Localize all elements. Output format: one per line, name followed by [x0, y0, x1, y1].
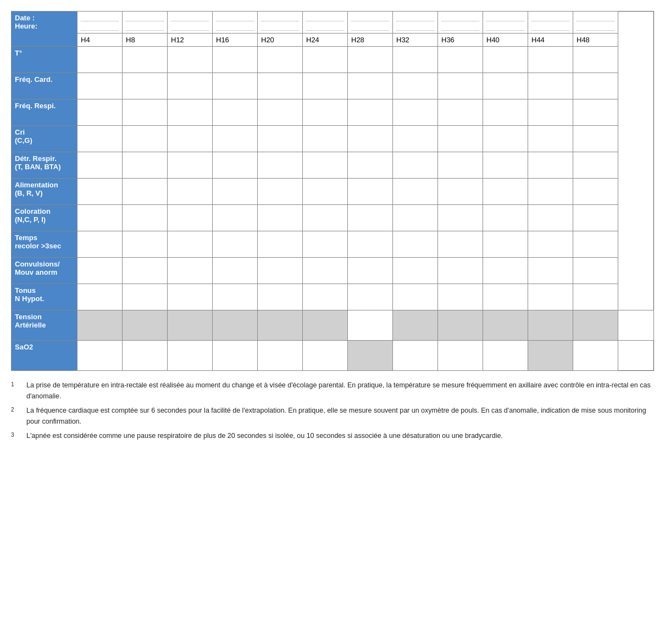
cell-ali-h32[interactable]: [393, 179, 438, 205]
cell-fr-h4[interactable]: [77, 99, 123, 126]
cell-tr-h20[interactable]: [258, 231, 303, 258]
date-input-h28[interactable]: [348, 12, 393, 34]
cell-sao2-h32[interactable]: [393, 341, 438, 371]
cell-sao2-h16[interactable]: [213, 341, 258, 371]
date-input-h40[interactable]: [483, 12, 528, 34]
cell-cri-h24[interactable]: [303, 126, 348, 152]
cell-fc-h16[interactable]: [213, 73, 258, 99]
cell-fr-h8[interactable]: [123, 99, 168, 126]
cell-fr-h12[interactable]: [168, 99, 213, 126]
cell-fr-h20[interactable]: [258, 99, 303, 126]
cell-sao2-h24[interactable]: [303, 341, 348, 371]
cell-fc-h36[interactable]: [438, 73, 483, 99]
date-input-h4[interactable]: [77, 12, 123, 34]
cell-sao2-h20[interactable]: [258, 341, 303, 371]
cell-ali-h28[interactable]: [348, 179, 393, 205]
cell-fc-h48[interactable]: [573, 73, 618, 99]
cell-sao2-h44[interactable]: [528, 341, 573, 371]
cell-sao2-h28[interactable]: [348, 341, 393, 371]
cell-tr-h36[interactable]: [438, 231, 483, 258]
cell-fc-h4[interactable]: [77, 73, 123, 99]
cell-ali-h48[interactable]: [573, 179, 618, 205]
cell-ton-h8[interactable]: [123, 284, 168, 310]
cell-ton-h20[interactable]: [258, 284, 303, 310]
cell-tr-h8[interactable]: [123, 231, 168, 258]
cell-ta-h16[interactable]: [213, 310, 258, 341]
cell-dr-h32[interactable]: [393, 152, 438, 179]
cell-conv-h48[interactable]: [573, 258, 618, 284]
cell-sao2-h12[interactable]: [168, 341, 213, 371]
cell-fc-h32[interactable]: [393, 73, 438, 99]
cell-ta-h48[interactable]: [573, 310, 618, 341]
cell-cri-h8[interactable]: [123, 126, 168, 152]
cell-ton-h24[interactable]: [303, 284, 348, 310]
cell-cri-h36[interactable]: [438, 126, 483, 152]
date-input-h32[interactable]: [393, 12, 438, 34]
cell-fc-h8[interactable]: [123, 73, 168, 99]
cell-conv-h36[interactable]: [438, 258, 483, 284]
cell-cri-h44[interactable]: [528, 126, 573, 152]
cell-ta-extra[interactable]: [618, 310, 654, 341]
cell-fc-h28[interactable]: [348, 73, 393, 99]
cell-conv-h24[interactable]: [303, 258, 348, 284]
cell-temp-h24[interactable]: [303, 47, 348, 73]
cell-dr-h24[interactable]: [303, 152, 348, 179]
date-input-h12[interactable]: [168, 12, 213, 34]
cell-tr-h44[interactable]: [528, 231, 573, 258]
cell-fr-h32[interactable]: [393, 99, 438, 126]
cell-tr-h16[interactable]: [213, 231, 258, 258]
cell-temp-h8[interactable]: [123, 47, 168, 73]
cell-fr-h44[interactable]: [528, 99, 573, 126]
date-input-h20[interactable]: [258, 12, 303, 34]
cell-col-h48[interactable]: [573, 205, 618, 231]
cell-ta-h44[interactable]: [528, 310, 573, 341]
cell-tr-h28[interactable]: [348, 231, 393, 258]
cell-ta-h12[interactable]: [168, 310, 213, 341]
cell-conv-h32[interactable]: [393, 258, 438, 284]
cell-dr-h44[interactable]: [528, 152, 573, 179]
cell-conv-h40[interactable]: [483, 258, 528, 284]
cell-cri-h32[interactable]: [393, 126, 438, 152]
cell-col-h36[interactable]: [438, 205, 483, 231]
cell-tr-h4[interactable]: [77, 231, 123, 258]
cell-ta-h24[interactable]: [303, 310, 348, 341]
cell-dr-h8[interactable]: [123, 152, 168, 179]
cell-ton-h36[interactable]: [438, 284, 483, 310]
cell-ton-h44[interactable]: [528, 284, 573, 310]
cell-tr-h40[interactable]: [483, 231, 528, 258]
cell-ta-h32[interactable]: [393, 310, 438, 341]
cell-ton-h28[interactable]: [348, 284, 393, 310]
cell-ta-h8[interactable]: [123, 310, 168, 341]
cell-fc-h12[interactable]: [168, 73, 213, 99]
cell-temp-h16[interactable]: [213, 47, 258, 73]
cell-temp-h28[interactable]: [348, 47, 393, 73]
cell-dr-h28[interactable]: [348, 152, 393, 179]
cell-conv-h4[interactable]: [77, 258, 123, 284]
cell-ali-h8[interactable]: [123, 179, 168, 205]
cell-sao2-h36[interactable]: [438, 341, 483, 371]
cell-col-h24[interactable]: [303, 205, 348, 231]
cell-sao2-h40[interactable]: [483, 341, 528, 371]
cell-ton-h12[interactable]: [168, 284, 213, 310]
cell-tr-h12[interactable]: [168, 231, 213, 258]
cell-conv-h16[interactable]: [213, 258, 258, 284]
cell-fr-h16[interactable]: [213, 99, 258, 126]
cell-ta-h4[interactable]: [77, 310, 123, 341]
cell-ta-h40[interactable]: [483, 310, 528, 341]
cell-dr-h16[interactable]: [213, 152, 258, 179]
cell-col-h16[interactable]: [213, 205, 258, 231]
cell-cri-h28[interactable]: [348, 126, 393, 152]
cell-sao2-h48[interactable]: [573, 341, 618, 371]
cell-fr-h40[interactable]: [483, 99, 528, 126]
cell-dr-h36[interactable]: [438, 152, 483, 179]
date-input-h8[interactable]: [123, 12, 168, 34]
cell-ton-h4[interactable]: [77, 284, 123, 310]
cell-conv-h44[interactable]: [528, 258, 573, 284]
cell-ali-h40[interactable]: [483, 179, 528, 205]
cell-ali-h36[interactable]: [438, 179, 483, 205]
cell-dr-h4[interactable]: [77, 152, 123, 179]
cell-ali-h44[interactable]: [528, 179, 573, 205]
cell-fr-h28[interactable]: [348, 99, 393, 126]
cell-conv-h12[interactable]: [168, 258, 213, 284]
cell-tr-h32[interactable]: [393, 231, 438, 258]
